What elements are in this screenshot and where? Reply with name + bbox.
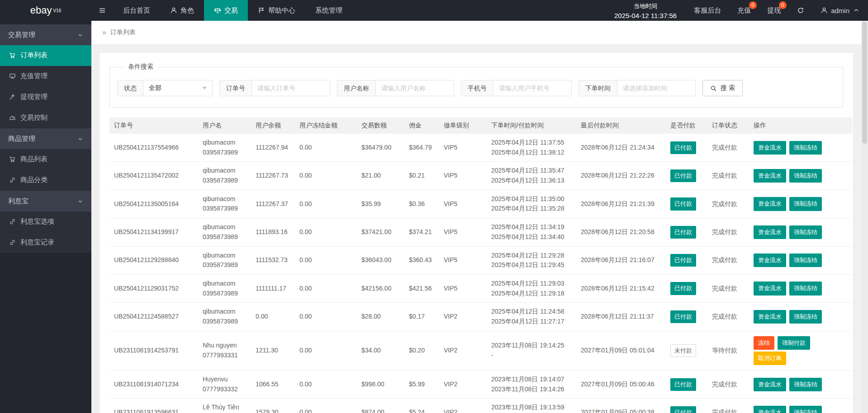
search-field-status: 状态全部 (117, 80, 213, 96)
sidebar-item-label: 充值管理 (20, 72, 47, 80)
username-input[interactable] (376, 80, 454, 96)
payment-status-badge: 已付款 (670, 141, 696, 154)
cell-order-no: UB2504121129031752 (109, 274, 198, 302)
cell-last-pay-time: 2028年06月12日 21:22:26 (576, 162, 666, 190)
topbar-link-service-desk[interactable]: 客服后台 (686, 0, 729, 21)
flag-icon (258, 7, 265, 14)
order-time-input[interactable] (617, 80, 695, 96)
cell-last-pay-time: 2028年06月12日 21:24:34 (576, 134, 666, 162)
cell-frozen: 0.00 (295, 303, 357, 331)
action-button[interactable]: 强制冻结 (789, 378, 822, 391)
cell-level: VIP2 (439, 303, 487, 331)
action-button[interactable]: 资金流水 (754, 282, 786, 295)
cell-order-no: UB2504121129288840 (109, 246, 198, 274)
refresh-button[interactable] (789, 0, 812, 21)
action-button[interactable]: 资金流水 (754, 253, 786, 267)
cell-amount: $37421.00 (357, 218, 404, 246)
action-button[interactable]: 强制冻结 (789, 282, 822, 295)
cell-amount: $21.00 (357, 162, 404, 190)
action-button[interactable]: 取消订单 (754, 352, 786, 365)
action-button[interactable]: 资金流水 (754, 225, 786, 239)
cell-commission: $5.24 (404, 399, 439, 413)
cart-icon (9, 52, 16, 59)
cell-commission: $0.36 (404, 190, 439, 218)
search-field-username: 用户名称 (337, 80, 454, 96)
cell-last-pay-time: 2028年06月12日 21:21:39 (576, 190, 666, 218)
action-button[interactable]: 强制冻结 (789, 141, 822, 155)
topbar-link-recharge[interactable]: 充值0 (729, 0, 759, 21)
sidebar-item-order-list[interactable]: 订单列表 (0, 45, 91, 66)
topbar-right: 当地时间 2025-04-12 11:37:56 客服后台充值0提现0 admi… (605, 0, 868, 21)
cell-order-no: UB2311081913596631 (109, 399, 198, 413)
table-row: UB2504121134199917qibumacom0395873989111… (109, 218, 852, 246)
sidebar-group-interest-treasure[interactable]: 利息宝 (0, 191, 91, 211)
cell-last-pay-time: 2028年06月12日 21:15:42 (576, 274, 666, 302)
action-button[interactable]: 资金流水 (754, 378, 786, 391)
nav-item-dashboard[interactable]: 后台首页 (113, 0, 160, 21)
table-row: UB2504121135005164qibumacom0395873989111… (109, 190, 852, 218)
cell-frozen: 0.00 (295, 331, 357, 370)
status-select[interactable]: 全部 (143, 80, 212, 96)
sidebar-group-goods-management[interactable]: 商品管理 (0, 128, 91, 149)
pay-time-text: - (491, 351, 572, 361)
cell-balance: 1111893.16 (251, 218, 295, 246)
sidebar-item-goods-category[interactable]: 商品分类 (0, 170, 91, 191)
sidebar-item-goods-list[interactable]: 商品列表 (0, 149, 91, 170)
order-no-input[interactable] (252, 80, 330, 96)
admin-menu[interactable]: admin (812, 0, 868, 21)
action-button[interactable]: 强制付款 (778, 336, 810, 350)
cell-frozen: 0.00 (295, 134, 357, 162)
nav-item-roles[interactable]: 角色 (160, 0, 204, 21)
action-button[interactable]: 资金流水 (754, 141, 786, 155)
action-button[interactable]: 资金流水 (754, 197, 786, 211)
order-time-text: 2025年04月12日 11:35:00 (491, 194, 572, 204)
cell-order-pay-time: 2025年04月12日 11:35:002025年04月12日 11:35:28 (487, 190, 576, 218)
breadcrumb-separator-icon: » (102, 28, 106, 37)
status-label: 状态 (118, 80, 143, 96)
action-button[interactable]: 资金流水 (754, 310, 786, 324)
nav-item-help-center[interactable]: 帮助中心 (248, 0, 305, 21)
action-button[interactable]: 强制冻结 (789, 169, 822, 183)
action-button[interactable]: 强制冻结 (789, 225, 822, 239)
cell-amount: $36479.00 (357, 134, 404, 162)
local-time-label: 当地时间 (614, 2, 677, 11)
action-button[interactable]: 强制冻结 (789, 310, 822, 324)
table-row: UB2504121124588527qibumacom03958739890.0… (109, 303, 852, 331)
sidebar-item-interest-options[interactable]: 利息宝选项 (0, 211, 91, 232)
nav-item-trade[interactable]: 交易 (204, 0, 248, 21)
sidebar-toggle-button[interactable] (91, 0, 113, 21)
logo-version: V16 (53, 8, 61, 13)
cell-actions: 资金流水强制冻结 (749, 218, 852, 246)
phone-input[interactable] (493, 80, 571, 96)
username-text: qibumacom (203, 222, 247, 232)
cell-payment: 未付款 (666, 331, 707, 370)
scrollbar-thumb[interactable] (862, 22, 867, 144)
sidebar-item-interest-records[interactable]: 利息宝记录 (0, 232, 91, 253)
search-button[interactable]: 搜 索 (702, 80, 743, 96)
column-header: 用户冻结金额 (295, 117, 357, 134)
column-header: 订单状态 (707, 117, 749, 134)
action-button[interactable]: 资金流水 (754, 169, 786, 183)
cell-amount: $998.00 (357, 370, 404, 398)
payment-status-badge: 已付款 (670, 310, 696, 323)
action-button[interactable]: 强制冻结 (789, 197, 822, 211)
pay-time-text: 2025年04月12日 11:38:12 (491, 148, 572, 158)
nav-item-system[interactable]: 系统管理 (305, 0, 352, 21)
action-button[interactable]: 强制冻结 (789, 253, 822, 267)
sidebar-item-recharge-management[interactable]: 充值管理 (0, 66, 91, 87)
cell-order-status: 等待付款 (707, 331, 749, 370)
search-panel-title: 条件搜索 (123, 63, 158, 71)
sidebar-item-trade-control[interactable]: 交易控制 (0, 108, 91, 128)
cell-actions: 资金流水强制冻结 (749, 134, 852, 162)
cell-payment: 已付款 (666, 134, 707, 162)
topbar-link-withdraw[interactable]: 提现0 (759, 0, 789, 21)
cell-level: VIP5 (439, 218, 487, 246)
sidebar-group-trade-management[interactable]: 交易管理 (0, 24, 91, 45)
action-button[interactable]: 冻结 (754, 336, 774, 350)
action-button[interactable]: 资金流水 (754, 406, 786, 413)
action-button[interactable]: 强制冻结 (789, 406, 822, 413)
sidebar-item-withdraw-management[interactable]: 提现管理 (0, 87, 91, 108)
cell-balance: 1111532.73 (251, 246, 295, 274)
cell-payment: 已付款 (666, 399, 707, 413)
phone-label: 手机号 (461, 80, 493, 96)
